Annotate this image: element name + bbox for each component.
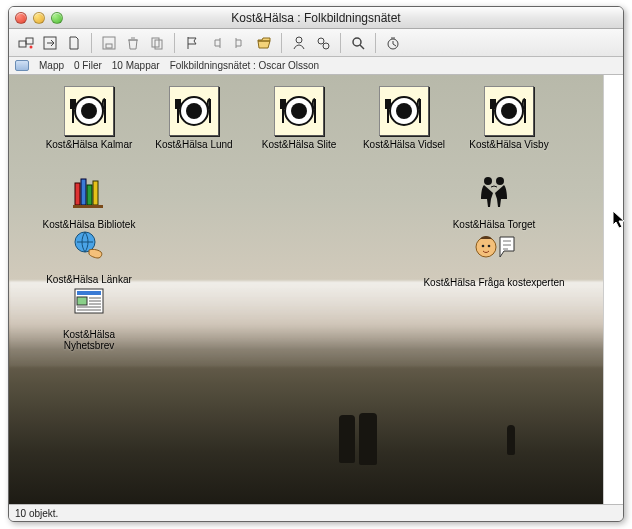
icon-label: Kost&Hälsa Vidsel: [361, 139, 447, 150]
icon-label: Kost&Hälsa Slite: [260, 139, 338, 150]
icon-grid: Kost&Hälsa Kalmar Kost&Hälsa Lund Kost&H…: [9, 75, 623, 504]
infobar: Mapp 0 Filer 10 Mappar Folkbildningsnäte…: [9, 57, 623, 75]
svg-point-18: [291, 103, 307, 119]
tool-user-icon[interactable]: [288, 32, 310, 54]
svg-point-36: [488, 245, 491, 248]
svg-point-2: [30, 45, 33, 48]
plate-icon: [484, 86, 534, 136]
plate-icon: [274, 86, 324, 136]
svg-point-14: [81, 103, 97, 119]
tool-gears-icon[interactable]: [312, 32, 334, 54]
info-type: Mapp: [39, 60, 64, 71]
window: Kost&Hälsa : Folkbildningsnätet: [8, 6, 624, 522]
svg-rect-25: [87, 185, 92, 205]
info-files: 0 Filer: [74, 60, 102, 71]
tool-save-icon[interactable]: [98, 32, 120, 54]
icon-label: Kost&Hälsa Kalmar: [44, 139, 135, 150]
folder-kalmar[interactable]: Kost&Hälsa Kalmar: [39, 85, 139, 150]
svg-rect-5: [106, 44, 112, 48]
newspaper-icon: [63, 275, 115, 327]
globe-hand-icon: [63, 220, 115, 272]
folder-torget[interactable]: Kost&Hälsa Torget: [429, 165, 559, 230]
window-controls: [15, 12, 63, 24]
face-speech-icon: [468, 223, 520, 275]
books-icon: [63, 165, 115, 217]
svg-point-9: [318, 38, 324, 44]
svg-rect-4: [103, 37, 115, 49]
folder-visby[interactable]: Kost&Hälsa Visby: [459, 85, 559, 150]
svg-rect-30: [77, 291, 101, 295]
tool-clock-icon[interactable]: [382, 32, 404, 54]
svg-point-11: [353, 38, 361, 46]
tool-search-icon[interactable]: [347, 32, 369, 54]
svg-rect-26: [93, 181, 98, 205]
minimize-button[interactable]: [33, 12, 45, 24]
tool-tree-right-icon[interactable]: [229, 32, 251, 54]
window-title: Kost&Hälsa : Folkbildningsnätet: [9, 11, 623, 25]
tool-trash-icon[interactable]: [122, 32, 144, 54]
tool-network-icon[interactable]: [15, 32, 37, 54]
svg-rect-31: [77, 297, 87, 305]
people-talking-icon: [468, 165, 520, 217]
svg-point-10: [323, 43, 329, 49]
toolbar: [9, 29, 623, 57]
tool-document-icon[interactable]: [63, 32, 85, 54]
plate-icon: [64, 86, 114, 136]
icon-label: Kost&Hälsa Fråga kostexperten: [421, 277, 566, 288]
plate-icon: [169, 86, 219, 136]
status-text: 10 objekt.: [15, 508, 58, 519]
icon-label: Kost&Hälsa Lund: [153, 139, 234, 150]
svg-rect-27: [73, 205, 103, 208]
tool-folder-open-icon[interactable]: [253, 32, 275, 54]
tool-tree-left-icon[interactable]: [205, 32, 227, 54]
info-path: Folkbildningsnätet : Oscar Olsson: [170, 60, 320, 71]
icon-label: Kost&Hälsa Visby: [467, 139, 550, 150]
svg-point-32: [484, 177, 492, 185]
info-folders: 10 Mappar: [112, 60, 160, 71]
close-button[interactable]: [15, 12, 27, 24]
folder-nyhetsbrev[interactable]: Kost&Hälsa Nyhetsbrev: [39, 275, 139, 351]
folder-slite[interactable]: Kost&Hälsa Slite: [249, 85, 349, 150]
svg-point-35: [482, 245, 485, 248]
icon-label: Kost&Hälsa Nyhetsbrev: [39, 329, 139, 351]
tool-flag-icon[interactable]: [181, 32, 203, 54]
plate-icon: [379, 86, 429, 136]
statusbar: 10 objekt.: [9, 504, 623, 521]
content-area: Kost&Hälsa Kalmar Kost&Hälsa Lund Kost&H…: [9, 75, 623, 504]
svg-point-22: [501, 103, 517, 119]
svg-rect-24: [81, 179, 86, 205]
svg-point-8: [296, 37, 302, 43]
svg-point-33: [496, 177, 504, 185]
folder-vidsel[interactable]: Kost&Hälsa Vidsel: [354, 85, 454, 150]
tool-arrow-in-icon[interactable]: [39, 32, 61, 54]
folder-icon: [15, 60, 29, 71]
svg-point-16: [186, 103, 202, 119]
svg-point-34: [476, 237, 496, 257]
svg-point-20: [396, 103, 412, 119]
tool-copy-icon[interactable]: [146, 32, 168, 54]
folder-lund[interactable]: Kost&Hälsa Lund: [144, 85, 244, 150]
zoom-button[interactable]: [51, 12, 63, 24]
svg-rect-0: [19, 41, 26, 47]
svg-rect-1: [26, 38, 33, 44]
folder-fraga-kostexperten[interactable]: Kost&Hälsa Fråga kostexperten: [409, 223, 579, 288]
titlebar: Kost&Hälsa : Folkbildningsnätet: [9, 7, 623, 29]
svg-rect-23: [75, 183, 80, 205]
